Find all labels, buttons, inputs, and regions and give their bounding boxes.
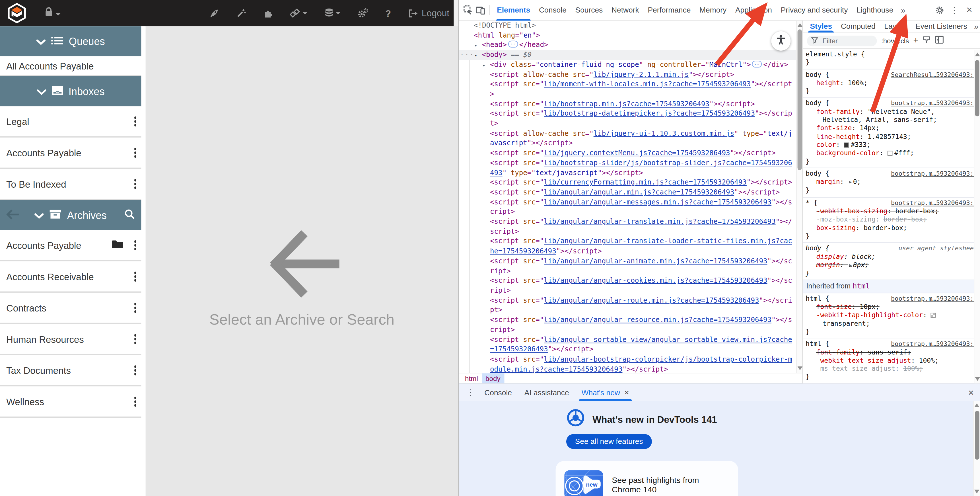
scroll-thumb[interactable] bbox=[798, 29, 802, 170]
css-property[interactable]: display: block; bbox=[805, 252, 977, 260]
dom-node-text[interactable]: <script src="lib/angular/angular-cookies… bbox=[459, 276, 802, 295]
dom-node-text[interactable]: <script src="lib/moment-with-locales.min… bbox=[459, 80, 802, 99]
css-property[interactable]: -webkit-tap-highlight-color: transparent… bbox=[805, 311, 977, 327]
sidebar-item[interactable]: Accounts Receivable bbox=[0, 262, 141, 293]
devtools-menu-icon[interactable]: ⋮ bbox=[948, 3, 961, 17]
drawer-close-icon[interactable]: × bbox=[968, 387, 980, 398]
drawer-menu-icon[interactable]: ⋮ bbox=[462, 388, 478, 397]
css-property[interactable]: box-sizing: border-box; bbox=[805, 224, 977, 232]
logout-button[interactable]: Logout bbox=[408, 8, 449, 18]
section-header-inboxes[interactable]: Inboxes bbox=[0, 76, 141, 106]
scroll-thumb[interactable] bbox=[975, 60, 979, 116]
dom-node-html[interactable]: <html lang="en"> bbox=[459, 30, 802, 40]
wand-icon[interactable] bbox=[237, 8, 247, 18]
rendering-brush-icon[interactable] bbox=[923, 35, 931, 46]
elements-scrollbar[interactable] bbox=[796, 21, 802, 373]
style-rule[interactable]: element.style {} bbox=[803, 49, 980, 69]
drawer-tab-console[interactable]: Console bbox=[478, 384, 518, 401]
highlight-card[interactable]: new See past highlights from Chrome 140 bbox=[556, 461, 738, 496]
css-property[interactable]: color: #333; bbox=[805, 141, 977, 149]
dom-node-text[interactable]: <script src="lib/angular/angular.min.js?… bbox=[459, 188, 802, 197]
inspect-element-icon[interactable] bbox=[462, 4, 474, 16]
dom-node-text[interactable]: <script src="lib/angular/angular-transla… bbox=[459, 217, 802, 237]
rule-source-link[interactable]: bootstrap.m…593206493:5 bbox=[891, 169, 977, 178]
css-property[interactable]: -webkit-text-size-adjust: 100%; bbox=[805, 356, 977, 365]
css-property[interactable]: -ms-text-size-adjust: 100%; bbox=[805, 365, 977, 373]
dom-node-div[interactable]: ▸<div class="container-fluid ng-scope" n… bbox=[459, 60, 802, 70]
styles-filter-input[interactable] bbox=[821, 36, 865, 45]
scroll-up-icon[interactable] bbox=[798, 23, 803, 27]
section-header-queues[interactable]: Queues bbox=[0, 26, 141, 56]
css-property[interactable]: line-height: 1.42857143; bbox=[805, 132, 977, 141]
dom-node-text[interactable]: <script src="lib/angular/angular-resourc… bbox=[459, 315, 802, 335]
breadcrumb-body[interactable]: body bbox=[482, 373, 504, 383]
css-property[interactable]: margin: ▶8px; bbox=[805, 261, 977, 270]
tab-elements[interactable]: Elements bbox=[493, 0, 535, 21]
dom-node-text[interactable]: <script allow-cache src="lib/jquery-ui-1… bbox=[459, 129, 802, 148]
styles-scrollbar[interactable] bbox=[974, 50, 980, 384]
dom-node-text[interactable]: <script src="lib/jquery.contextMenu.js?c… bbox=[459, 148, 802, 158]
kebab-menu-icon[interactable] bbox=[134, 334, 136, 344]
tab-performance[interactable]: Performance bbox=[643, 0, 695, 21]
rule-source-link[interactable]: bootstrap.m…593206493:5 bbox=[891, 340, 977, 348]
kebab-menu-icon[interactable] bbox=[134, 240, 136, 250]
dom-node-text[interactable]: <script src="lib/bootstrap-datetimepicke… bbox=[459, 109, 802, 129]
rule-source-link[interactable]: bootstrap.m…593206493:5 bbox=[891, 294, 977, 303]
scroll-down-icon[interactable] bbox=[975, 377, 980, 381]
style-rule[interactable]: bootstrap.m…593206493:5* {-webkit-box-si… bbox=[803, 198, 980, 243]
drawer-scrollbar[interactable] bbox=[973, 401, 980, 496]
dom-node-head[interactable]: ▸<head>⋯</head> bbox=[459, 40, 802, 50]
scroll-up-icon[interactable] bbox=[975, 53, 980, 56]
dom-node-body[interactable]: ···▾<body> == $0 bbox=[459, 50, 802, 60]
tab-sources[interactable]: Sources bbox=[571, 0, 607, 21]
rocket-icon[interactable] bbox=[210, 8, 220, 18]
sidebar-item[interactable]: Human Resources bbox=[0, 324, 141, 355]
dom-node-text[interactable]: <script src="lib/bootstrap.min.js?cache=… bbox=[459, 99, 802, 109]
class-toggle[interactable]: .cls bbox=[899, 37, 909, 45]
dom-node-text[interactable]: <script src="lib/angular/angular-transla… bbox=[459, 237, 802, 256]
settings-gear-icon[interactable] bbox=[932, 3, 946, 17]
gears-icon[interactable] bbox=[358, 8, 368, 18]
css-property[interactable]: height: 100%; bbox=[805, 79, 977, 87]
kebab-menu-icon[interactable] bbox=[134, 116, 136, 126]
dom-node-text[interactable]: <script src="lib/angular/angular-animate… bbox=[459, 256, 802, 276]
puzzle-icon[interactable] bbox=[264, 8, 274, 18]
dom-node-text[interactable]: <script src="lib/currencyFormatting.min.… bbox=[459, 178, 802, 187]
style-rule[interactable]: bootstrap.m…593206493:5body {margin: ▶0;… bbox=[803, 168, 980, 198]
sidebar-item[interactable]: Wellness bbox=[0, 386, 141, 418]
scroll-down-icon[interactable] bbox=[974, 490, 980, 493]
dom-node-text[interactable]: <script src="lib/angular-bootstrap-color… bbox=[459, 354, 802, 373]
dom-node-text[interactable]: <script src="lib/angular/angular-route.m… bbox=[459, 295, 802, 315]
style-rule[interactable]: bootstrap.m…593206493:5html {font-family… bbox=[803, 338, 980, 384]
dom-node-text[interactable]: <script src="lib/angular/angular-message… bbox=[459, 197, 802, 217]
app-logo-icon[interactable] bbox=[6, 3, 28, 24]
kebab-menu-icon[interactable] bbox=[134, 397, 136, 406]
search-icon[interactable] bbox=[124, 209, 135, 222]
section-header-archives[interactable]: Archives bbox=[0, 200, 141, 230]
kebab-menu-icon[interactable] bbox=[134, 303, 136, 313]
css-property[interactable]: font-size: 10px; bbox=[805, 303, 977, 311]
dom-node-text[interactable]: <script src="lib/angular-sortable-view/a… bbox=[459, 335, 802, 354]
dom-node-text[interactable]: <script allow-cache src="lib/jquery-2.1.… bbox=[459, 70, 802, 80]
panel-layout-icon[interactable] bbox=[935, 35, 944, 46]
drawer-tab-what-s-new[interactable]: What's new× bbox=[575, 384, 635, 401]
css-property[interactable]: font-family: sans-serif; bbox=[805, 348, 977, 356]
scroll-thumb[interactable] bbox=[975, 411, 979, 459]
drawer-tab-ai-assistance[interactable]: AI assistance bbox=[518, 384, 575, 401]
scroll-down-icon[interactable] bbox=[798, 367, 803, 370]
device-toolbar-icon[interactable] bbox=[475, 4, 486, 16]
doctype-node[interactable]: <!DOCTYPE html> bbox=[459, 21, 802, 30]
style-rule[interactable]: bootstrap.m…593206493:5html {font-size: … bbox=[803, 293, 980, 338]
sidebar-item[interactable]: Contracts bbox=[0, 293, 141, 324]
style-rule[interactable]: user agent stylesheetbody {display: bloc… bbox=[803, 243, 980, 281]
sidebar-item[interactable]: All Accounts Payable bbox=[0, 56, 141, 76]
scroll-up-icon[interactable] bbox=[974, 403, 980, 407]
css-property[interactable]: -moz-box-sizing: border-box; bbox=[805, 215, 977, 223]
more-tabs-button[interactable]: » bbox=[898, 5, 908, 15]
styles-tab-layout[interactable]: Layout bbox=[880, 21, 911, 32]
kebab-menu-icon[interactable] bbox=[134, 148, 136, 158]
help-icon[interactable]: ? bbox=[385, 8, 391, 18]
css-property[interactable]: font-size: 14px; bbox=[805, 124, 977, 132]
see-all-features-button[interactable]: See all new features bbox=[566, 434, 652, 449]
new-style-rule-button[interactable]: + bbox=[913, 35, 918, 45]
